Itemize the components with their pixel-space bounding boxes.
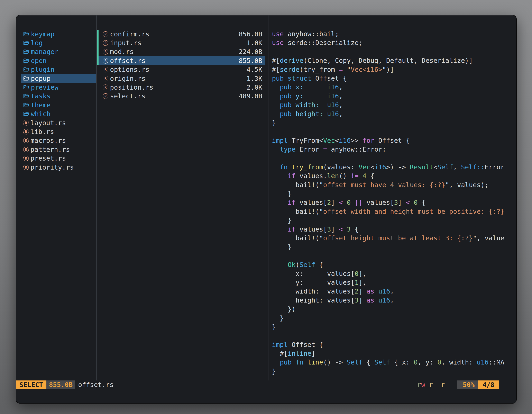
sidebar-item-keymap[interactable]: keymap bbox=[21, 30, 96, 39]
file-size: 2.0K bbox=[247, 83, 262, 91]
rust-file-icon: R bbox=[103, 93, 108, 99]
item-label: which bbox=[31, 110, 50, 118]
folder-icon bbox=[23, 111, 29, 117]
code-line: bail!("offset height must be at least 3:… bbox=[272, 234, 516, 243]
item-label: preview bbox=[31, 83, 58, 91]
folder-icon bbox=[23, 40, 29, 46]
sidebar-item-priority-rs[interactable]: Rpriority.rs bbox=[21, 163, 96, 172]
code-line: #[derive(Clone, Copy, Debug, Default, De… bbox=[272, 56, 516, 65]
sidebar-item-manager[interactable]: manager bbox=[21, 48, 96, 56]
item-label: preset.rs bbox=[30, 154, 66, 162]
folder-icon bbox=[23, 84, 29, 90]
code-line: #[inline] bbox=[272, 349, 516, 358]
sidebar-item-popup[interactable]: popup bbox=[21, 74, 96, 83]
code-line: width: values[2] as u16, bbox=[272, 287, 516, 296]
current-directory-pane: Rconfirm.rs856.0BRinput.rs1.0KRmod.rs224… bbox=[97, 15, 268, 380]
panes-container: keymaplogmanageropenpluginpopuppreviewta… bbox=[16, 15, 516, 380]
code-line: bail!("offset width and height must be p… bbox=[272, 207, 516, 216]
rust-file-icon: R bbox=[23, 120, 29, 126]
sidebar-item-preview[interactable]: preview bbox=[21, 83, 96, 92]
sidebar-item-lib-rs[interactable]: Rlib.rs bbox=[21, 127, 96, 136]
code-line: } bbox=[272, 314, 516, 323]
yazi-terminal-window: keymaplogmanageropenpluginpopuppreviewta… bbox=[16, 15, 517, 404]
code-line: if values[2] < 0 || values[3] < 0 { bbox=[272, 198, 516, 207]
item-label: layout.rs bbox=[30, 119, 66, 127]
file-row-input-rs[interactable]: Rinput.rs1.0K bbox=[99, 39, 265, 47]
sidebar-item-pattern-rs[interactable]: Rpattern.rs bbox=[21, 145, 96, 154]
code-line: pub struct Offset { bbox=[272, 74, 516, 83]
item-label: plugin bbox=[31, 66, 55, 73]
mode-badge: SELECT bbox=[16, 380, 47, 389]
sidebar-item-tasks[interactable]: tasks bbox=[21, 92, 96, 101]
code-line: if values.len() != 4 { bbox=[272, 172, 516, 180]
code-line: impl Offset { bbox=[272, 340, 516, 349]
code-preview: use anyhow::bail;use serde::Deserialize;… bbox=[272, 30, 516, 376]
file-size: 489.0B bbox=[239, 92, 262, 100]
code-line: use serde::Deserialize; bbox=[272, 39, 516, 47]
code-line: #[serde(try_from = "Vec<i16>")] bbox=[272, 65, 516, 74]
code-line: pub y: i16, bbox=[272, 92, 516, 101]
file-name: select.rs bbox=[110, 92, 145, 100]
file-size: 1.3K bbox=[247, 75, 262, 82]
rust-file-icon: R bbox=[23, 155, 29, 161]
sidebar-item-macros-rs[interactable]: Rmacros.rs bbox=[21, 136, 96, 145]
status-bar: SELECT 855.0B offset.rs -rw-r--r-- 50% 4… bbox=[16, 380, 516, 389]
code-line: impl TryFrom<Vec<i16>> for Offset { bbox=[272, 136, 516, 145]
sidebar-item-which[interactable]: which bbox=[21, 110, 96, 118]
rust-file-icon: R bbox=[103, 85, 108, 90]
file-name: origin.rs bbox=[110, 75, 145, 82]
sidebar-item-theme[interactable]: theme bbox=[21, 101, 96, 109]
code-line: } bbox=[272, 189, 516, 198]
code-line: } bbox=[272, 216, 516, 225]
code-line: y: values[1], bbox=[272, 278, 516, 287]
folder-icon bbox=[23, 102, 29, 108]
code-line: type Error = anyhow::Error; bbox=[272, 145, 516, 154]
sidebar-item-layout-rs[interactable]: Rlayout.rs bbox=[21, 118, 96, 127]
preview-pane[interactable]: use anyhow::bail;use serde::Deserialize;… bbox=[268, 15, 516, 380]
sidebar-item-open[interactable]: open bbox=[21, 56, 96, 65]
file-row-offset-rs[interactable]: Roffset.rs855.0B bbox=[99, 56, 265, 65]
folder-icon bbox=[23, 93, 29, 99]
code-line: } bbox=[272, 323, 516, 331]
sidebar-item-preset-rs[interactable]: Rpreset.rs bbox=[21, 154, 96, 163]
file-row-mod-rs[interactable]: Rmod.rs224.0B bbox=[99, 48, 265, 56]
code-line: pub height: u16, bbox=[272, 110, 516, 118]
item-label: open bbox=[31, 57, 47, 65]
rust-file-icon: R bbox=[103, 31, 108, 37]
code-line: } bbox=[272, 243, 516, 251]
sidebar-item-log[interactable]: log bbox=[21, 39, 96, 47]
rust-file-icon: R bbox=[23, 147, 29, 152]
file-row-options-rs[interactable]: Roptions.rs4.5K bbox=[99, 65, 265, 74]
item-label: macros.rs bbox=[30, 137, 66, 144]
status-right: -rw-r--r-- 50% 4/8 bbox=[413, 380, 499, 389]
status-filename: offset.rs bbox=[78, 381, 114, 389]
folder-icon bbox=[23, 31, 29, 37]
file-row-origin-rs[interactable]: Rorigin.rs1.3K bbox=[99, 74, 265, 83]
item-label: popup bbox=[31, 75, 50, 82]
code-line bbox=[272, 127, 516, 136]
file-name: offset.rs bbox=[110, 57, 145, 65]
parent-directory-list: keymaplogmanageropenpluginpopuppreviewta… bbox=[16, 30, 96, 172]
code-line: Ok(Self { bbox=[272, 260, 516, 269]
code-line: use anyhow::bail; bbox=[272, 30, 516, 39]
rust-file-icon: R bbox=[103, 76, 108, 81]
scroll-percent-badge: 50% bbox=[457, 380, 478, 389]
file-row-confirm-rs[interactable]: Rconfirm.rs856.0B bbox=[99, 30, 265, 39]
file-name: input.rs bbox=[110, 39, 142, 47]
sidebar-item-plugin[interactable]: plugin bbox=[21, 65, 96, 74]
item-label: pattern.rs bbox=[30, 146, 70, 154]
file-list: Rconfirm.rs856.0BRinput.rs1.0KRmod.rs224… bbox=[97, 30, 268, 101]
code-line: pub fn line() -> Self { Self { x: 0, y: … bbox=[272, 358, 516, 367]
folder-icon bbox=[23, 76, 29, 82]
file-row-select-rs[interactable]: Rselect.rs489.0B bbox=[99, 92, 265, 101]
code-line: } bbox=[272, 118, 516, 127]
folder-icon bbox=[23, 49, 29, 55]
code-line bbox=[272, 154, 516, 163]
item-label: log bbox=[31, 39, 43, 47]
folder-icon bbox=[23, 67, 29, 73]
code-line: height: values[3] as u16, bbox=[272, 296, 516, 305]
file-name: options.rs bbox=[110, 66, 150, 73]
file-row-position-rs[interactable]: Rposition.rs2.0K bbox=[99, 83, 265, 92]
folder-icon bbox=[23, 58, 29, 64]
rust-file-icon: R bbox=[23, 164, 29, 170]
